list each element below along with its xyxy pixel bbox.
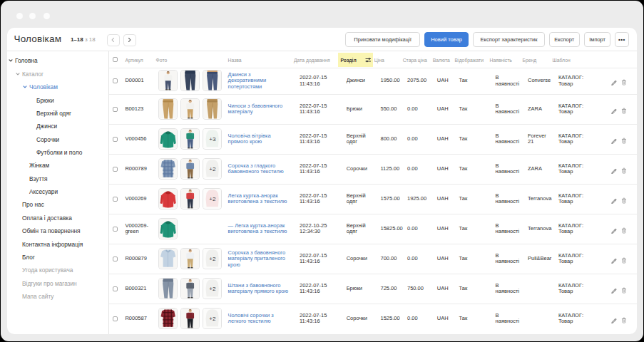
svg-text:+2: +2: [209, 316, 216, 322]
svg-text:+2: +2: [209, 166, 216, 172]
svg-text:+3: +3: [209, 136, 216, 142]
svg-text:+2: +2: [209, 256, 216, 262]
svg-text:+2: +2: [209, 286, 216, 292]
svg-text:+2: +2: [209, 196, 216, 202]
